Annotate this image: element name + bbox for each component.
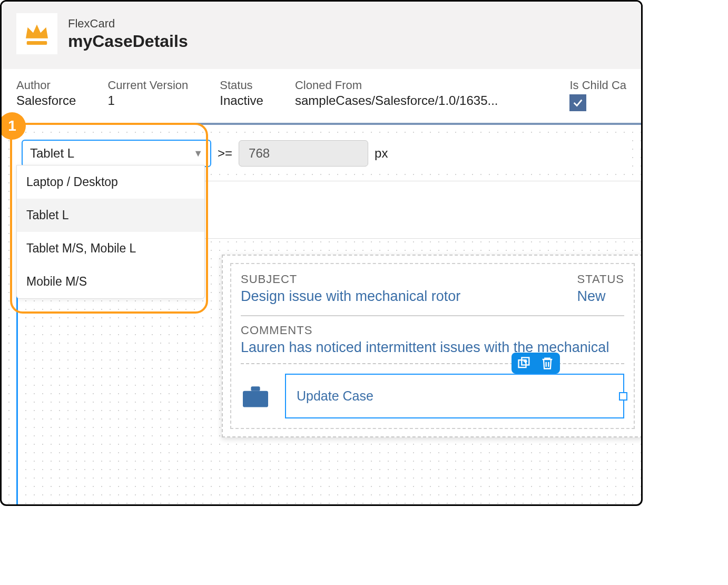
device-option-tablet-ms-mobile-l[interactable]: Tablet M/S, Mobile L [17,232,204,265]
is-child-checkbox[interactable] [569,94,586,111]
chevron-down-icon: ▼ [193,148,203,159]
record-type-label: FlexCard [68,17,188,31]
meta-version: Current Version 1 [107,79,188,111]
trash-icon[interactable] [540,356,555,370]
record-meta-row: Author Salesforce Current Version 1 Stat… [2,69,641,125]
resize-handle[interactable] [619,392,627,401]
svg-rect-6 [251,386,260,391]
device-dropdown: Laptop / Desktop Tablet L Tablet M/S, Mo… [16,165,205,299]
field-subject[interactable]: SUBJECT Design issue with mechanical rot… [241,272,545,305]
meta-is-child-card: Is Child Ca [569,79,626,111]
header-text: FlexCard myCaseDetails [68,17,188,51]
field-status[interactable]: STATUS New [577,272,624,305]
page-title: myCaseDetails [68,32,188,51]
crown-icon [22,19,52,48]
operator-label: >= [218,146,232,161]
element-toolbar [511,353,560,374]
flexcard-logo [16,13,57,54]
clone-icon[interactable] [517,356,532,370]
meta-author: Author Salesforce [16,79,76,111]
divider [241,315,624,316]
device-option-mobile-ms[interactable]: Mobile M/S [17,265,204,298]
meta-cloned-from: Cloned From sampleCases/Salesforce/1.0/1… [295,79,498,111]
app-frame: FlexCard myCaseDetails Author Salesforce… [0,0,643,506]
field-comments[interactable]: COMMENTS Lauren has noticed intermittent… [241,324,609,356]
device-option-tablet-l[interactable]: Tablet L [17,199,204,232]
check-icon [572,97,584,109]
device-select[interactable]: Tablet L ▼ [22,140,211,167]
svg-rect-5 [243,391,268,407]
action-label: Update Case [297,388,373,403]
flexcard-preview[interactable]: SUBJECT Design issue with mechanical rot… [222,255,643,437]
briefcase-icon [241,384,270,409]
unit-label: px [375,146,388,161]
card-body[interactable]: SUBJECT Design issue with mechanical rot… [230,263,635,429]
device-select-value: Tablet L [30,146,74,161]
pixel-width-input[interactable] [239,140,368,167]
meta-status: Status Inactive [220,79,263,111]
device-option-laptop-desktop[interactable]: Laptop / Desktop [17,165,204,199]
action-element-selected[interactable]: Update Case [285,374,624,418]
svg-rect-0 [27,41,47,45]
design-canvas[interactable]: 1 Tablet L ▼ >= px Laptop / Desktop Tabl… [2,125,641,506]
page-header: FlexCard myCaseDetails [2,2,641,69]
action-row[interactable]: Update Case [241,363,624,428]
